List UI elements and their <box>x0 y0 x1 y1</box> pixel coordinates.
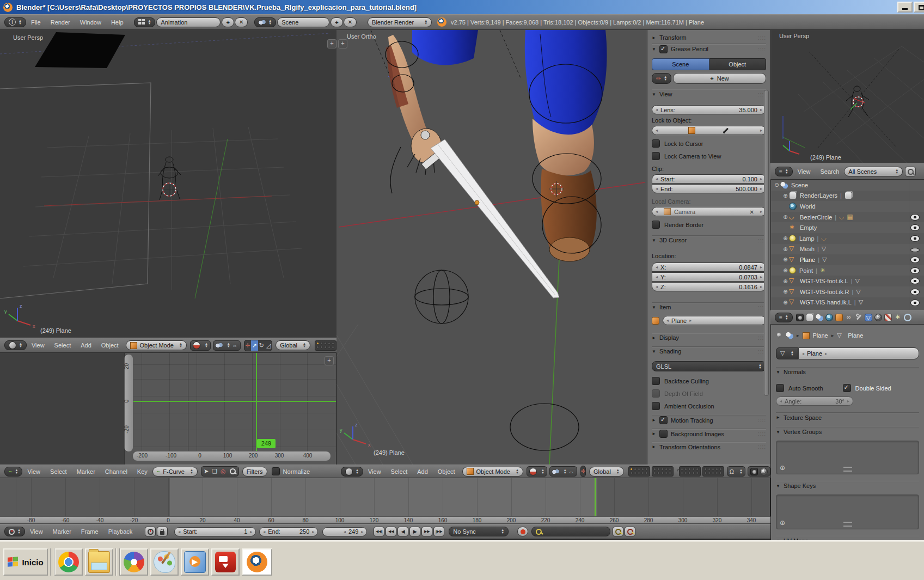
graph-channel-region[interactable] <box>0 353 125 465</box>
vpm-menu-add[interactable]: Add <box>417 468 428 475</box>
vpm-menu-object[interactable]: Object <box>438 468 455 475</box>
outliner-row-plane[interactable]: ⊕Plane| <box>771 254 924 265</box>
panel-3d-cursor[interactable]: 3D Cursor <box>652 235 766 245</box>
shading-mode-select[interactable]: GLSL <box>652 361 766 371</box>
outliner-row-beziercircle[interactable]: ⊕BezierCircle| <box>771 212 924 223</box>
vpm-layers-c[interactable] <box>679 466 701 477</box>
vertex-groups-list[interactable] <box>776 441 919 474</box>
taskbar-paint-button[interactable] <box>150 548 179 576</box>
tab-scene[interactable]: Scene <box>652 58 709 70</box>
minimize-button[interactable] <box>897 2 913 13</box>
graph-menu-key[interactable]: Key <box>137 468 148 475</box>
render-border-checkbox[interactable] <box>652 221 660 229</box>
graph-menu-view[interactable]: View <box>27 468 40 475</box>
frame-start-slider[interactable]: Start:1 <box>174 527 256 536</box>
add-scene-button[interactable] <box>331 17 342 27</box>
background-images-checkbox[interactable] <box>659 430 668 438</box>
datablock-type-button[interactable] <box>776 347 798 359</box>
npanel-scrollbar[interactable] <box>764 90 769 396</box>
tab-render-layers-icon[interactable] <box>806 314 813 321</box>
tab-particles-icon[interactable] <box>894 314 902 321</box>
taskbar-picasa-button[interactable] <box>120 548 148 576</box>
eyedropper-icon[interactable] <box>723 127 730 134</box>
resize-grip-icon[interactable] <box>843 522 852 527</box>
depth-of-field-checkbox[interactable] <box>652 389 660 398</box>
panel-item[interactable]: Item <box>652 302 766 312</box>
prev-keyframe-button[interactable]: ◀◀ <box>385 527 396 536</box>
auto-smooth-checkbox[interactable] <box>776 384 784 392</box>
vpm-mode-select[interactable]: Object Mode <box>462 467 523 477</box>
clip-start-slider[interactable]: Start:0.100 <box>652 174 766 184</box>
tl-menu-view[interactable]: View <box>30 528 43 535</box>
tab-scene-icon[interactable] <box>816 314 823 321</box>
vpl-orientation-select[interactable]: Global <box>276 340 310 350</box>
graph-normalize-checkbox[interactable] <box>272 467 280 475</box>
vpl-layers[interactable] <box>315 340 336 351</box>
graph-y-ruler[interactable]: 20 0 -20 <box>124 354 133 452</box>
start-button[interactable]: Inicio <box>3 548 48 576</box>
lock-range-button[interactable] <box>157 527 168 536</box>
outliner-row-lamp[interactable]: ⊕Lamp| <box>771 233 924 244</box>
jump-start-button[interactable]: ◀◀| <box>374 527 384 536</box>
preview-range-button[interactable] <box>145 527 156 536</box>
visibility-eye-icon[interactable] <box>910 214 920 221</box>
panel-uv-maps[interactable]: UV Maps <box>776 536 919 540</box>
menu-file[interactable]: File <box>31 19 41 26</box>
sync-mode-select[interactable]: No Sync <box>449 527 509 536</box>
outliner-row-wgt-hand-l[interactable]: ⊕WGT-VIS-hand.ik.L| <box>771 297 924 308</box>
rotate-icon[interactable]: ↻ <box>258 340 265 351</box>
resize-grip-icon[interactable] <box>843 467 852 472</box>
tab-world-icon[interactable] <box>825 314 833 321</box>
render-view-buttons[interactable] <box>748 466 770 477</box>
close-scene-button[interactable] <box>344 17 357 27</box>
editor-type-properties-button[interactable]: ≡ <box>775 313 793 322</box>
graph-current-frame-line[interactable] <box>256 353 257 452</box>
viewport-left[interactable]: x y z User Persp (249) Plane <box>0 30 336 338</box>
vpl-open-npanel-button[interactable] <box>327 39 336 48</box>
outliner-search-button[interactable] <box>905 167 916 176</box>
item-name-field[interactable]: Plane <box>663 316 766 325</box>
panel-view[interactable]: View <box>652 89 766 99</box>
vpm-shading-select[interactable] <box>527 466 547 477</box>
editor-type-3dview-button[interactable] <box>4 340 27 350</box>
insert-keyframe-button[interactable] <box>613 527 623 536</box>
clear-camera-icon[interactable] <box>750 209 754 215</box>
editor-type-timeline-button[interactable] <box>4 527 25 536</box>
timeline-current-frame-line[interactable] <box>595 478 596 516</box>
play-reverse-button[interactable]: ◀ <box>397 527 408 536</box>
vpm-orientation-select[interactable]: Global <box>589 467 624 477</box>
tl-menu-frame[interactable]: Frame <box>81 528 99 535</box>
tab-render-icon[interactable] <box>796 314 804 321</box>
graph-menu-channel[interactable]: Channel <box>105 468 127 475</box>
screen-layout-icon-button[interactable] <box>134 17 156 27</box>
add-vertex-group-icon[interactable] <box>780 464 785 472</box>
taskbar-blender-button[interactable] <box>242 548 272 576</box>
panel-normals[interactable]: Normals <box>776 367 919 376</box>
tl-menu-marker[interactable]: Marker <box>53 528 71 535</box>
breadcrumb-data[interactable]: Plane <box>848 332 863 339</box>
pin-icon[interactable] <box>776 332 782 339</box>
outliner-scope-select[interactable]: All Scenes <box>844 167 903 176</box>
next-keyframe-button[interactable]: ▶▶ <box>421 527 432 536</box>
vpl-menu-object[interactable]: Object <box>101 342 119 349</box>
lock-to-cursor-checkbox[interactable] <box>652 139 660 148</box>
outliner-menu-search[interactable]: Search <box>820 168 839 175</box>
vpm-menu-select[interactable]: Select <box>391 468 408 475</box>
lock-to-object-field[interactable] <box>652 126 766 135</box>
cursor-icon[interactable]: ➤ <box>204 468 209 475</box>
outliner-row-mesh[interactable]: ⊕Mesh| <box>771 244 924 255</box>
taskbar-media-player-button[interactable] <box>181 548 209 576</box>
taskbar-chrome-button[interactable] <box>54 548 83 576</box>
tab-constraints-icon[interactable] <box>845 314 853 321</box>
shape-keys-list[interactable] <box>776 494 919 529</box>
vpl-pivot-select[interactable]: ⇔ <box>213 340 241 351</box>
outliner-row-empty[interactable]: Empty <box>771 222 924 233</box>
panel-transform-orientations[interactable]: Transform Orientations <box>652 442 766 451</box>
outliner-row-wgt-foot-l[interactable]: ⊕WGT-VIS-foot.ik.L| <box>771 276 924 286</box>
timeline-body[interactable] <box>0 478 770 516</box>
viewport-small[interactable]: User Persp (249) Plane <box>770 30 924 163</box>
visibility-eye-icon[interactable] <box>910 257 920 263</box>
axis-icon[interactable]: ✛ <box>581 466 586 477</box>
axis-icon[interactable]: ✛ <box>244 340 252 351</box>
vpm-menu-view[interactable]: View <box>368 468 381 475</box>
